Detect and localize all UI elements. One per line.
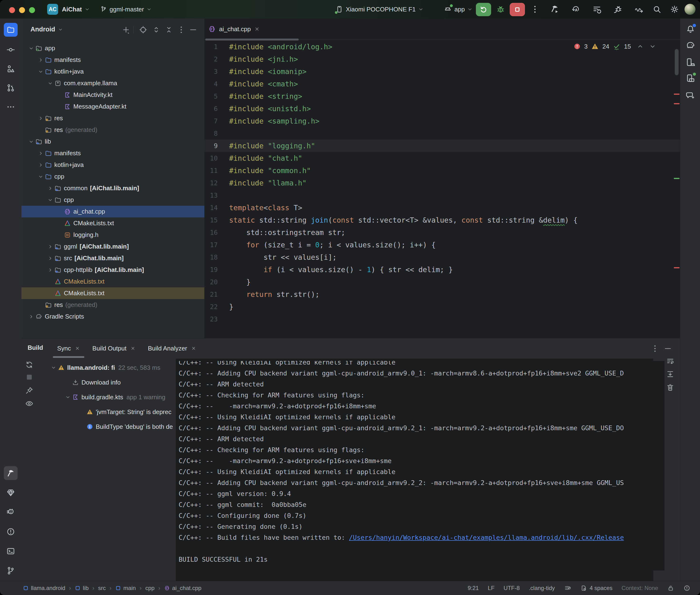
- breadcrumb-item[interactable]: src: [98, 585, 106, 591]
- chevron-slot[interactable]: [37, 162, 45, 168]
- build-tab-build-output[interactable]: Build Output: [86, 338, 142, 358]
- line-number[interactable]: 10: [204, 154, 218, 162]
- tree-row[interactable]: cpp-httplib[AiChat.lib.main]: [22, 264, 204, 276]
- more-tool-windows-button[interactable]: [4, 100, 18, 114]
- build-tree-row[interactable]: build.gradle.ktsapp 1 warning: [22, 390, 174, 404]
- status-item-utf-8[interactable]: UTF-8: [504, 585, 520, 591]
- zoom-window-button[interactable]: [29, 7, 35, 13]
- line-number[interactable]: 21: [204, 291, 218, 298]
- chevron-slot[interactable]: [46, 244, 54, 250]
- chevron-slot[interactable]: [46, 81, 54, 86]
- clear-console-icon[interactable]: [666, 383, 674, 392]
- status-item[interactable]: [683, 585, 691, 592]
- line-number[interactable]: 18: [204, 254, 218, 261]
- build-tree-row[interactable]: 'jvmTarget: String' is deprec: [22, 404, 174, 419]
- close-tab-icon[interactable]: [130, 346, 136, 351]
- tree-row[interactable]: MessageAdapter.kt: [22, 101, 204, 112]
- stop-button[interactable]: [510, 3, 525, 16]
- line-number[interactable]: 19: [204, 266, 218, 273]
- tab-ai-chat-cpp[interactable]: C ai_chat.cpp: [208, 19, 260, 39]
- more-actions-icon[interactable]: [530, 4, 540, 14]
- tree-row[interactable]: com.example.llama: [22, 77, 204, 89]
- collapse-all-icon[interactable]: [164, 25, 173, 34]
- device-selector[interactable]: Xiaomi POCOPHONE F1: [335, 0, 424, 19]
- line-number[interactable]: 8: [204, 130, 218, 137]
- version-control-tool-button[interactable]: [4, 564, 18, 577]
- tree-row[interactable]: Gradle Scripts: [22, 311, 204, 322]
- tree-row[interactable]: kotlin+java: [22, 66, 204, 77]
- rerun-button[interactable]: [476, 3, 491, 16]
- chevron-slot[interactable]: [27, 314, 35, 319]
- terminal-tool-button[interactable]: [4, 544, 18, 558]
- gradle-tool-button[interactable]: [685, 40, 696, 51]
- line-number[interactable]: 13: [204, 192, 218, 199]
- status-item-lf[interactable]: LF: [488, 585, 495, 591]
- chevron-slot[interactable]: [37, 115, 45, 121]
- status-item[interactable]: [564, 585, 571, 592]
- apply-code-changes-icon[interactable]: [592, 4, 601, 14]
- error-stripe-mark[interactable]: [674, 103, 679, 104]
- status-item-context-none[interactable]: Context: None: [622, 585, 658, 591]
- tree-row[interactable]: src[AiChat.lib.main]: [22, 252, 204, 264]
- chevron-slot[interactable]: [64, 394, 72, 400]
- hide-build-panel-icon[interactable]: [663, 344, 672, 353]
- settings-icon[interactable]: [670, 4, 679, 14]
- build-tree-row[interactable]: BuildType 'debug' is both de: [22, 419, 174, 434]
- line-number[interactable]: 23: [204, 315, 218, 323]
- line-number[interactable]: 2: [204, 55, 218, 63]
- branch-selector[interactable]: ggml-master: [100, 0, 152, 19]
- chevron-slot[interactable]: [37, 57, 45, 63]
- breadcrumb-item[interactable]: Cai_chat.cpp: [164, 585, 201, 591]
- tree-row[interactable]: CMakeLists.txt: [22, 217, 204, 229]
- project-selector[interactable]: AiChat: [62, 0, 90, 19]
- structure-tool-button[interactable]: [4, 62, 18, 76]
- breadcrumb-item[interactable]: main: [115, 585, 136, 591]
- line-number[interactable]: 4: [204, 80, 218, 88]
- line-number[interactable]: 5: [204, 93, 218, 100]
- line-number[interactable]: 1: [204, 43, 218, 51]
- tree-row[interactable]: res: [22, 112, 204, 124]
- project-tool-button[interactable]: [4, 23, 18, 37]
- tree-row[interactable]: MainActivity.kt: [22, 89, 204, 101]
- chevron-slot[interactable]: [27, 46, 35, 51]
- chevron-slot[interactable]: [37, 69, 45, 75]
- tree-row[interactable]: kotlin+java: [22, 159, 204, 171]
- status-item-4-spaces[interactable]: 4 spaces: [580, 585, 613, 592]
- change-stripe-mark[interactable]: [674, 178, 679, 179]
- logcat-tool-button[interactable]: [4, 505, 18, 519]
- build-tree-row[interactable]: llama.android: fi22 sec, 583 ms: [22, 360, 174, 375]
- tree-row[interactable]: ggml[AiChat.lib.main]: [22, 241, 204, 252]
- scroll-to-end-icon[interactable]: [666, 370, 674, 378]
- line-number[interactable]: 12: [204, 179, 218, 187]
- console-path-link[interactable]: /Users/hanyin/Workspace/ai-chat/examples…: [349, 534, 624, 541]
- error-stripe-mark[interactable]: [674, 93, 679, 95]
- pull-requests-tool-button[interactable]: [4, 81, 18, 95]
- line-number[interactable]: 11: [204, 167, 218, 174]
- close-tab-icon[interactable]: [191, 346, 196, 351]
- build-tab-build-analyzer[interactable]: Build Analyzer: [142, 338, 202, 358]
- panel-options-icon[interactable]: [177, 25, 186, 34]
- tree-row[interactable]: lib: [22, 136, 204, 147]
- error-stripe-mark[interactable]: [674, 267, 679, 268]
- editor-vertical-scrollbar[interactable]: [675, 49, 678, 75]
- apply-changes-icon[interactable]: A: [571, 4, 581, 14]
- status-item-9-21[interactable]: 9:21: [468, 585, 479, 591]
- search-icon[interactable]: [652, 4, 662, 14]
- tree-row[interactable]: Cai_chat.cpp: [22, 206, 204, 217]
- tree-row[interactable]: common[AiChat.lib.main]: [22, 182, 204, 194]
- chevron-slot[interactable]: [27, 139, 35, 144]
- avatar[interactable]: [684, 4, 696, 15]
- breadcrumb-item[interactable]: cpp: [145, 585, 155, 591]
- build-tab-sync[interactable]: Sync: [51, 338, 86, 358]
- select-opened-file-icon[interactable]: [139, 25, 148, 34]
- status-item[interactable]: [667, 585, 674, 592]
- code-area[interactable]: 1#include <android/log.h>2#include <jni.…: [204, 40, 680, 325]
- chevron-slot[interactable]: [37, 150, 45, 156]
- line-number[interactable]: 20: [204, 278, 218, 286]
- line-number[interactable]: 16: [204, 229, 218, 236]
- line-number[interactable]: 17: [204, 241, 218, 249]
- line-number[interactable]: 15: [204, 217, 218, 224]
- close-tab-icon[interactable]: [254, 26, 260, 32]
- tree-row[interactable]: res(generated): [22, 299, 204, 311]
- build-console[interactable]: C/C++: -- Using KleidiAI optimized kerne…: [176, 361, 665, 570]
